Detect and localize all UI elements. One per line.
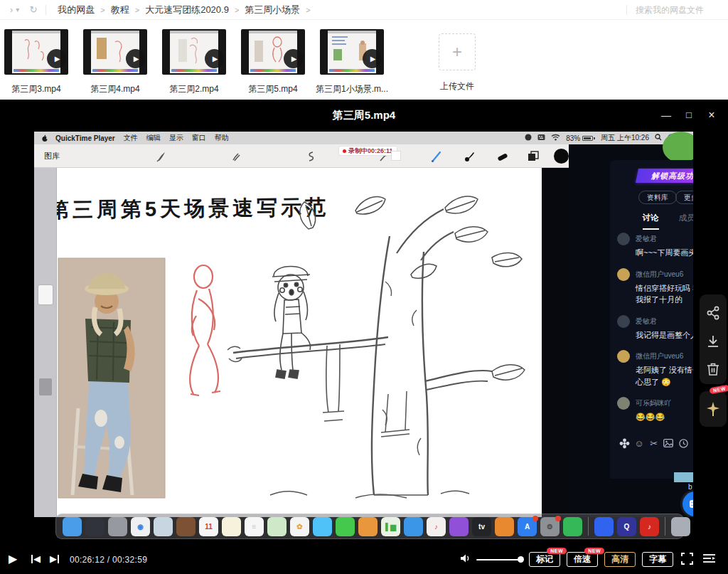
file-name[interactable]: 第三周3.mp4	[11, 83, 60, 95]
dock-messages-icon[interactable]	[313, 517, 332, 536]
pen-tool-icon[interactable]	[154, 149, 169, 164]
minimize-button[interactable]: —	[657, 107, 675, 124]
keyboard-icon[interactable]	[537, 134, 545, 142]
floating-chat-button[interactable]	[682, 491, 693, 516]
wifi-icon[interactable]	[551, 134, 560, 142]
strip-thumbnail[interactable]	[39, 378, 52, 395]
squiggle-tool-icon[interactable]	[303, 149, 318, 164]
menubar-clock[interactable]: 周五 上午10:26	[601, 133, 649, 143]
shapes-tool-icon[interactable]	[525, 149, 541, 164]
close-button[interactable]: ×	[702, 107, 721, 124]
volume-slider-handle[interactable]	[518, 556, 524, 563]
speed-button[interactable]: 倍速NEW	[567, 552, 598, 567]
hd-button[interactable]: 高清	[604, 552, 636, 567]
dock-apple-tv-icon[interactable]: tv	[472, 517, 491, 536]
white-swatch[interactable]	[391, 151, 401, 161]
file-name[interactable]: 第三周1小场景.m...	[316, 83, 388, 95]
dock-reminders-icon[interactable]: ≡	[245, 517, 264, 536]
avatar[interactable]	[617, 268, 630, 281]
playlist-icon[interactable]	[702, 553, 716, 567]
dock-app-store-icon[interactable]: A	[518, 517, 537, 536]
video-thumbnail[interactable]: ▶	[162, 29, 226, 75]
emoji-icon[interactable]: ☺	[633, 437, 645, 449]
next-button[interactable]: ▶	[50, 553, 59, 564]
eraser-tool-icon[interactable]	[495, 149, 510, 164]
volume-icon[interactable]	[459, 553, 472, 567]
play-overlay-icon[interactable]: ▶	[205, 49, 224, 68]
tab-discussion[interactable]: 讨论	[643, 213, 659, 230]
forward-icon[interactable]: ›	[10, 4, 13, 15]
search-input[interactable]	[636, 5, 721, 15]
avatar[interactable]	[617, 315, 630, 328]
star-pin-icon[interactable]	[705, 400, 722, 418]
play-overlay-icon[interactable]: ▶	[284, 49, 303, 68]
dock-maps-icon[interactable]	[267, 517, 287, 536]
menu-window[interactable]: 窗口	[192, 133, 206, 143]
file-item[interactable]: ▶ 第三周1小场景.m...	[320, 29, 384, 100]
tab-members[interactable]: 成员	[679, 213, 694, 230]
menu-file[interactable]: 文件	[124, 133, 138, 143]
brush-tool-icon[interactable]	[429, 149, 444, 164]
dock-pages-icon[interactable]	[358, 517, 378, 536]
file-name[interactable]: 第三周4.mp4	[90, 83, 139, 95]
file-item[interactable]: ▶ 第三周4.mp4	[83, 29, 147, 100]
file-name[interactable]: 第三周5.mp4	[248, 83, 297, 95]
dock-safari-icon[interactable]: ◉	[131, 517, 150, 536]
subtitle-button[interactable]: 字幕	[642, 552, 673, 567]
dock-books-icon[interactable]	[495, 517, 514, 536]
file-item[interactable]: ▶ 第三周2.mp4	[162, 29, 226, 100]
dock-facetime-icon[interactable]	[336, 517, 355, 536]
dock-siri-icon[interactable]	[85, 517, 105, 536]
bell-icon[interactable]	[692, 437, 693, 449]
fullscreen-icon[interactable]	[681, 553, 693, 568]
dock-wechat-icon[interactable]	[563, 517, 582, 536]
premium-banner[interactable]: 解锁高级功能	[636, 169, 693, 183]
avatar[interactable]	[617, 397, 630, 410]
upload-button[interactable]: +	[439, 33, 476, 70]
share-icon[interactable]	[705, 304, 722, 321]
maximize-button[interactable]: □	[680, 107, 698, 124]
message-username[interactable]: 爱敏君	[636, 233, 693, 245]
dock-netease-music-icon[interactable]: ♪	[640, 517, 659, 536]
breadcrumb-item-1[interactable]: 教程	[111, 4, 129, 16]
menu-app-name[interactable]: QuickTime Player	[55, 134, 115, 142]
color-swatch-black[interactable]	[554, 149, 569, 164]
dock-trash-icon[interactable]	[671, 517, 690, 536]
caret-down-icon[interactable]: ▾	[16, 6, 19, 14]
ink-pen-tool-icon[interactable]	[461, 149, 477, 164]
dock-launchpad-icon[interactable]	[108, 517, 127, 536]
dock-calendar-icon[interactable]: 11	[199, 517, 218, 536]
plugin-flower-icon[interactable]	[619, 437, 630, 449]
dock-preview-icon[interactable]	[154, 517, 173, 536]
image-icon[interactable]	[663, 437, 674, 449]
strip-thumbnail[interactable]	[38, 285, 53, 304]
avatar[interactable]	[617, 233, 630, 245]
delete-icon[interactable]	[705, 361, 722, 378]
dock-blue-social-icon[interactable]	[594, 517, 614, 536]
dock-music-icon[interactable]: ♪	[427, 517, 446, 536]
drawing-canvas[interactable]: 第三周第5天场景速写示范	[57, 168, 542, 517]
dock-numbers-icon[interactable]: ▌▆	[381, 517, 400, 536]
avatar[interactable]	[617, 350, 630, 363]
message-username[interactable]: 可乐妈咪吖	[636, 397, 693, 410]
gallery-button[interactable]: 图库	[44, 151, 60, 161]
dock-finder-icon[interactable]	[63, 517, 82, 536]
library-button[interactable]: 资料库	[638, 191, 677, 204]
play-overlay-icon[interactable]: ▶	[126, 49, 145, 68]
more-button[interactable]: 更多	[675, 191, 693, 204]
message-username[interactable]: 爱敏君	[636, 315, 693, 328]
dock-podcasts-icon[interactable]	[449, 517, 469, 536]
download-icon[interactable]	[705, 333, 722, 350]
breadcrumb-item-3[interactable]: 第三周小场景	[245, 4, 300, 16]
dock-keynote-icon[interactable]	[404, 517, 423, 536]
file-item[interactable]: ▶ 第三周5.mp4	[241, 29, 305, 100]
play-button[interactable]: ▶	[9, 552, 17, 565]
video-thumbnail[interactable]: ▶	[320, 29, 384, 75]
file-name[interactable]: 第三周2.mp4	[169, 83, 218, 95]
file-item[interactable]: ▶ 第三周3.mp4	[4, 29, 68, 100]
play-overlay-icon[interactable]: ▶	[47, 49, 66, 68]
breadcrumb-item-2[interactable]: 大元速写团练2020.9	[145, 4, 229, 16]
video-thumbnail[interactable]: ▶	[4, 29, 68, 75]
video-thumbnail[interactable]: ▶	[83, 29, 147, 75]
spotlight-icon[interactable]	[655, 134, 662, 142]
